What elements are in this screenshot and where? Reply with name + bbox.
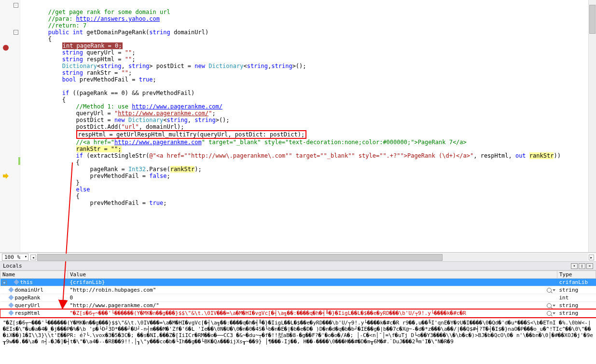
magnifier-icon[interactable] [547, 303, 552, 308]
variable-icon [8, 302, 14, 308]
locals-type-cell: int [557, 294, 596, 302]
locals-type-cell: crifanLib [557, 279, 596, 286]
locals-name-cell: respHtml [0, 310, 68, 317]
code-comment: //get page rank for some domain url [48, 9, 170, 15]
close-icon[interactable]: ✕ [586, 263, 593, 269]
highlighted-call-box: respHtml = getUrlRespHtml_multiTry(query… [76, 130, 307, 139]
locals-value-cell[interactable]: {crifanLib} [68, 279, 557, 286]
locals-value-cell[interactable]: "http://www.pagerankme.com/" [68, 302, 557, 310]
locals-row[interactable]: +this{crifanLib}crifanLib [0, 279, 596, 286]
locals-row[interactable]: pageRank0int [0, 294, 596, 302]
variable-icon [8, 310, 14, 315]
code-link[interactable]: http://answers.yahoo.com [76, 15, 160, 22]
scrollbar-thumb[interactable] [589, 5, 596, 34]
magnifier-icon[interactable] [547, 288, 552, 293]
locals-name-cell: +this [0, 279, 68, 286]
locals-value-cell[interactable]: "�Z[s�6┬~���'└������(Y�MK�n��g���}$$\"&\… [68, 310, 557, 317]
variable-icon [8, 295, 14, 300]
current-line: rankStr = ""; [76, 146, 122, 152]
col-header-name[interactable]: Name [0, 271, 68, 279]
panel-title: Locals [3, 263, 22, 269]
scroll-right-button[interactable]: ▸ [589, 255, 594, 260]
locals-type-cell: string [557, 286, 596, 294]
fold-icon[interactable]: - [14, 3, 18, 8]
magnifier-icon[interactable] [547, 311, 552, 316]
locals-row[interactable]: domainUrl"http://robin.hubpages.com"stri… [0, 286, 596, 294]
locals-row[interactable]: respHtml"�Z[s�6┬~���'└������(Y�MK�n��g��… [0, 310, 596, 317]
visualizer-dropdown-icon[interactable] [553, 289, 555, 291]
expand-icon[interactable]: + [2, 281, 7, 285]
code-content[interactable]: //get page rank for some domain url //pa… [20, 0, 596, 252]
variable-icon [14, 279, 19, 284]
locals-title-bar[interactable]: Locals ▾ ▯ ✕ [0, 261, 596, 270]
editor-gutter: - - [0, 0, 20, 252]
locals-name-cell: domainUrl [0, 286, 68, 294]
dropdown-icon[interactable]: ▾ [571, 263, 578, 269]
scrollbar-thumb[interactable] [37, 254, 443, 261]
visualizer-dropdown-icon[interactable] [553, 305, 555, 307]
locals-value-cell[interactable]: 0 [68, 294, 557, 302]
locals-type-cell: string [557, 310, 596, 317]
visualizer-dropdown-icon[interactable] [553, 312, 555, 314]
locals-row[interactable]: queryUrl"http://www.pagerankme.com/"stri… [0, 302, 596, 310]
vertical-scrollbar[interactable] [588, 0, 596, 252]
locals-panel: Locals ▾ ▯ ✕ Name Value Type +this{crifa… [0, 261, 596, 317]
tooltip-dump: "�Z[s�6┬~���'└������(Y�MK�n��g���}$$\"&\… [0, 317, 596, 351]
scroll-left-button[interactable]: ◂ [30, 255, 36, 260]
variable-icon [8, 287, 14, 292]
breakpoint-line: int pageRank = 0; [62, 42, 123, 49]
locals-name-cell: pageRank [0, 294, 68, 302]
breakpoint-icon[interactable] [3, 45, 9, 51]
code-editor[interactable]: - - //get page rank for some domain url … [0, 0, 596, 253]
current-line-arrow-icon [3, 173, 9, 179]
locals-type-cell: string [557, 302, 596, 310]
fold-icon[interactable]: - [14, 30, 18, 35]
code-link[interactable]: http://www.pagerankme.com/ [132, 103, 222, 110]
zoom-bar: 100 % ◂ ▸ [0, 253, 596, 261]
col-header-type[interactable]: Type [557, 271, 596, 279]
zoom-dropdown[interactable]: 100 % [2, 254, 28, 261]
horizontal-scrollbar[interactable] [37, 254, 588, 261]
col-header-value[interactable]: Value [68, 271, 557, 279]
locals-value-cell[interactable]: "http://robin.hubpages.com" [68, 286, 557, 294]
locals-name-cell: queryUrl [0, 302, 68, 310]
locals-table: Name Value Type +this{crifanLib}crifanLi… [0, 270, 596, 317]
pin-icon[interactable]: ▯ [579, 263, 585, 269]
